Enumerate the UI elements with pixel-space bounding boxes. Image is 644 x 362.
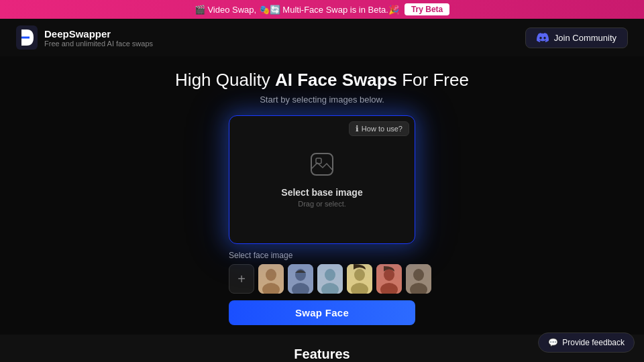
logo-text-block: DeepSwapper Free and unlimited AI face s… xyxy=(44,28,153,48)
upload-box-wrapper: ℹ How to use? Select base image Drag or … xyxy=(229,115,415,244)
face-thumb-3[interactable] xyxy=(317,264,343,294)
discord-icon xyxy=(537,33,549,42)
main-content: High Quality AI Face Swaps For Free Star… xyxy=(0,56,644,325)
feedback-button[interactable]: 💬 Provide feedback xyxy=(538,333,635,353)
svg-point-13 xyxy=(354,269,365,281)
logo-icon xyxy=(16,25,38,50)
logo-subtitle: Free and unlimited AI face swaps xyxy=(44,40,153,48)
face-thumb-6[interactable] xyxy=(406,264,431,294)
upload-icon xyxy=(309,152,335,182)
join-community-label: Join Community xyxy=(554,33,616,43)
feedback-icon: 💬 xyxy=(548,338,558,347)
page-subtitle: Start by selecting images below. xyxy=(260,95,384,105)
svg-point-10 xyxy=(325,269,335,281)
how-to-use-button[interactable]: ℹ How to use? xyxy=(349,121,409,136)
logo-name: DeepSwapper xyxy=(44,28,153,40)
feedback-label: Provide feedback xyxy=(562,338,625,347)
title-normal: High Quality xyxy=(175,70,275,90)
svg-point-4 xyxy=(266,269,276,281)
top-banner: 🎬 Video Swap, 🎭🔄 Multi-Face Swap is in B… xyxy=(0,0,644,19)
face-thumbnails: + xyxy=(229,264,415,294)
title-bold: AI Face Swaps xyxy=(275,70,397,90)
swap-face-button[interactable]: Swap Face xyxy=(229,300,415,325)
how-to-use-label: How to use? xyxy=(362,125,402,133)
svg-point-16 xyxy=(384,269,394,281)
svg-rect-1 xyxy=(311,154,333,175)
info-icon: ℹ xyxy=(356,124,359,133)
upload-box[interactable]: ℹ How to use? Select base image Drag or … xyxy=(229,115,415,244)
face-thumb-1[interactable] xyxy=(258,264,284,294)
banner-text: 🎬 Video Swap, 🎭🔄 Multi-Face Swap is in B… xyxy=(195,5,399,15)
svg-point-19 xyxy=(413,269,424,281)
logo-area: DeepSwapper Free and unlimited AI face s… xyxy=(16,25,153,50)
title-suffix: For Free xyxy=(397,70,469,90)
face-thumb-5[interactable] xyxy=(376,264,402,294)
face-selector-area: Select face image + xyxy=(229,251,415,294)
features-title: Features xyxy=(16,347,628,362)
try-beta-button[interactable]: Try Beta xyxy=(405,3,449,15)
face-selector-label: Select face image xyxy=(229,251,415,260)
add-face-button[interactable]: + xyxy=(229,264,254,294)
face-thumb-4[interactable] xyxy=(347,264,372,294)
face-thumb-2[interactable] xyxy=(288,264,313,294)
header: DeepSwapper Free and unlimited AI face s… xyxy=(0,19,644,56)
upload-hint: Drag or select. xyxy=(298,200,346,208)
join-community-button[interactable]: Join Community xyxy=(525,27,628,48)
upload-label: Select base image xyxy=(281,187,362,198)
page-title: High Quality AI Face Swaps For Free xyxy=(175,70,469,90)
